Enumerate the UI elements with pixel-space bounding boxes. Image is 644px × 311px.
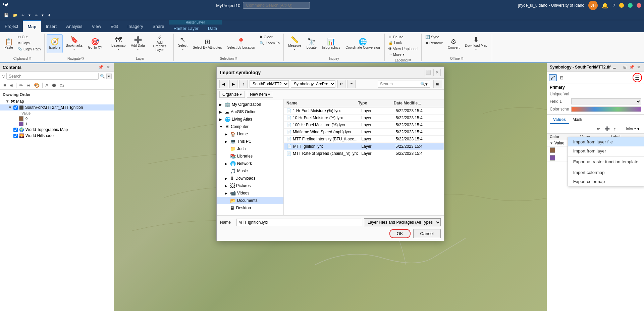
dtree-josh[interactable]: 📁 Josh <box>217 145 283 152</box>
qa-dropdown-button[interactable]: ▾ <box>40 12 45 18</box>
tab-raster-layer[interactable]: Raster Layer <box>169 25 203 32</box>
tree-item-map[interactable]: ▼ 🗺 Map <box>0 98 114 104</box>
dialog-ok-button[interactable]: OK <box>389 229 411 238</box>
ct-label-btn[interactable]: A <box>44 82 50 89</box>
labeling-more-button[interactable]: ⋯ More ▾ <box>387 52 419 57</box>
locate-button[interactable]: 🔭 Locate <box>304 34 319 53</box>
dialog-back-button[interactable]: ◀ <box>219 80 227 88</box>
offline-expand-icon[interactable]: ⧉ <box>461 56 463 60</box>
dialog-sort-button[interactable]: ≡ <box>347 80 356 88</box>
dtree-my-org[interactable]: ▶ 🏢 My Organization <box>217 101 283 108</box>
maximize-button[interactable] <box>628 3 633 8</box>
ct-raster-btn[interactable]: 🗂 <box>58 82 65 89</box>
command-search-input[interactable] <box>243 2 310 9</box>
qa-open-button[interactable]: 📁 <box>11 12 19 18</box>
tab-imagery[interactable]: Imagery <box>123 20 148 32</box>
tab-share[interactable]: Share <box>148 20 169 32</box>
dtree-videos[interactable]: ▶ 📹 Videos <box>217 189 283 197</box>
dialog-resize-button[interactable]: ⬜ <box>425 69 432 76</box>
symb-options-button[interactable]: ⊞ <box>622 64 628 70</box>
ct-group-btn[interactable]: ⊞ <box>8 82 15 89</box>
add-data-button[interactable]: ➕ Add Data ▾ <box>128 34 147 53</box>
bookmarks-button[interactable]: 🔖 Bookmarks ▾ <box>63 34 85 53</box>
symb-menu-button[interactable]: ☰ <box>633 73 642 82</box>
add-graphics-button[interactable]: 🖊 Add Graphics Layer <box>148 34 171 53</box>
tab-analysis[interactable]: Analysis <box>61 20 87 32</box>
file-row-1[interactable]: 📄 1 Hr Fuel Moisture (%).lyrx Layer 5/22… <box>284 107 444 115</box>
symb-edit-classes-btn[interactable]: ✏ <box>595 125 602 132</box>
clear-selection-button[interactable]: ✖ Clear <box>258 34 281 40</box>
symb-add-btn[interactable]: ➕ <box>603 125 611 132</box>
download-map-button[interactable]: ⬇ Download Map ▾ <box>463 34 490 53</box>
symb-primary-tab[interactable]: 🖊 <box>549 74 557 81</box>
dialog-search-dropdown[interactable]: ▾ <box>425 82 428 87</box>
dtree-arcgis-online[interactable]: ▶ ☁ ArcGIS Online <box>217 108 283 116</box>
ct-vector-btn[interactable]: ⬟ <box>51 82 57 89</box>
symb-tab-values[interactable]: Values <box>550 116 569 124</box>
ctx-export-colormap[interactable]: Export colormap <box>568 177 644 186</box>
dtree-home[interactable]: ▶ 🏠 Home <box>217 130 283 138</box>
minimize-button[interactable] <box>619 3 624 8</box>
file-row-3[interactable]: 📄 100 Hr Fuel Moisture (%).lyrx Layer 5/… <box>284 122 444 129</box>
new-item-button[interactable]: New Item ▾ <box>247 91 273 98</box>
file-row-5[interactable]: 📄 MTT Fireline Intensity (BTU_ft-sec... … <box>284 136 444 143</box>
hillshade-checkbox[interactable] <box>13 134 18 138</box>
footer-filename-input[interactable] <box>236 219 361 226</box>
contents-close-button[interactable]: ✕ <box>106 64 111 70</box>
qa-redo-button[interactable]: ↪ <box>33 12 39 18</box>
lock-button[interactable]: 🔒 Lock <box>387 40 419 46</box>
symb-tab-mask[interactable]: Mask <box>569 116 586 124</box>
tree-item-hillshade[interactable]: ▶ 🌄 World Hillshade <box>0 133 114 139</box>
dialog-cancel-button[interactable]: Cancel <box>413 229 441 238</box>
copy-path-button[interactable]: 📎 Copy Path <box>16 46 42 52</box>
dtree-downloads[interactable]: ▶ ⬇ Downloads <box>217 175 283 182</box>
coordinate-conversion-button[interactable]: 🌐 Coordinate Conversion <box>343 34 382 53</box>
dtree-documents[interactable]: 📂 Documents <box>217 197 283 204</box>
symb-move-down-btn[interactable]: ↓ <box>618 125 624 132</box>
tab-view[interactable]: View <box>87 20 106 32</box>
help-icon[interactable]: ? <box>612 3 615 8</box>
ct-style-btn[interactable]: 🎨 <box>33 82 41 89</box>
dialog-view-toggle[interactable]: ⊞ <box>433 80 441 88</box>
view-unplaced-button[interactable]: 👁 View Unplaced <box>387 46 419 51</box>
dtree-music[interactable]: 🎵 Music <box>217 167 283 175</box>
file-row-6[interactable]: 📄 MTT Ignition.lyrx Layer 5/22/2023 15:4 <box>284 143 444 150</box>
dtree-this-pc[interactable]: ▶ 💻 This PC <box>217 138 283 145</box>
tab-project[interactable]: Project <box>0 20 23 32</box>
dialog-location-select[interactable]: SouthForkMTT2 <box>250 80 289 88</box>
goto-xy-button[interactable]: 🎯 Go To XY <box>86 34 105 53</box>
navigate-expand-icon[interactable]: ⧉ <box>82 56 84 60</box>
selection-expand-icon[interactable]: ⧉ <box>235 56 237 60</box>
select-by-attributes-button[interactable]: ⊞ Select By Attributes <box>191 34 224 53</box>
copy-button[interactable]: ⧉ Copy <box>16 40 42 46</box>
dtree-libraries[interactable]: 📚 Libraries <box>217 152 283 160</box>
ctx-import-colormap[interactable]: Import colormap <box>568 168 644 177</box>
contents-pin-button[interactable]: 📌 <box>97 64 104 70</box>
sync-button[interactable]: 🔄 Sync <box>424 34 445 40</box>
color-swatch-1[interactable] <box>550 155 555 161</box>
dialog-up-button[interactable]: ↑ <box>239 80 248 88</box>
field1-select[interactable] <box>571 98 641 104</box>
tree-item-topo[interactable]: ▶ 🌍 World Topographic Map <box>0 127 114 133</box>
convert-button[interactable]: ⚙ Convert <box>445 34 462 53</box>
qa-more-button[interactable]: ⬇ <box>46 12 52 18</box>
explore-button[interactable]: 🧭 Explore <box>47 34 63 53</box>
tab-data[interactable]: Data <box>203 25 222 32</box>
clipboard-expand-icon[interactable]: ⧉ <box>29 56 31 60</box>
southfork-checkbox[interactable] <box>13 105 18 110</box>
contents-search-icon[interactable]: 🔍 <box>100 74 105 79</box>
dtree-living-atlas[interactable]: ▶ 🌐 Living Atlas <box>217 116 283 123</box>
contents-search-input[interactable] <box>6 73 99 80</box>
symb-move-up-btn[interactable]: ↑ <box>612 125 618 132</box>
pause-button[interactable]: ⏸ Pause <box>387 34 419 40</box>
tree-item-southfork[interactable]: ▼ ⬛ SouthForkMTT2.tif_MTT Ignition <box>0 104 114 110</box>
ct-edit-btn[interactable]: ✏ <box>18 82 24 89</box>
notification-icon[interactable]: 🔔 <box>602 2 608 9</box>
file-row-7[interactable]: 📄 MTT Rate of Spread (chains_hr).lyrx La… <box>284 150 444 157</box>
dtree-computer[interactable]: ▼ 🖥 Computer <box>217 123 283 130</box>
dialog-forward-button[interactable]: ▶ <box>229 80 237 88</box>
qa-undo-dropdown[interactable]: ▾ <box>27 12 32 18</box>
zoom-to-button[interactable]: 🔍 Zoom To <box>258 40 281 46</box>
paste-button[interactable]: 📋 Paste <box>2 34 15 53</box>
close-button[interactable] <box>637 3 641 8</box>
